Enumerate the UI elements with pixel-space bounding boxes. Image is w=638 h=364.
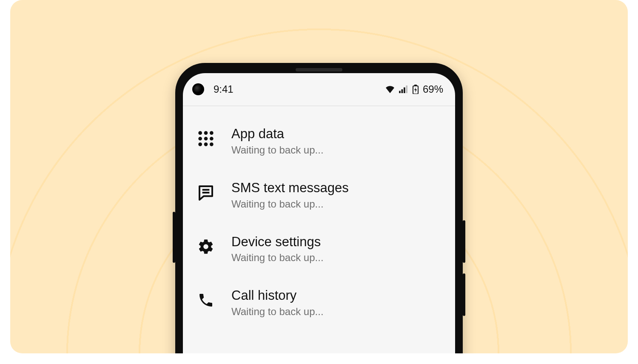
item-subtitle: Waiting to back up... (231, 306, 324, 318)
svg-point-9 (210, 131, 214, 135)
phone-icon (196, 290, 216, 310)
cellular-signal-icon (399, 85, 408, 93)
volume-up-button (463, 220, 465, 263)
list-item-sms[interactable]: SMS text messages Waiting to back up... (183, 168, 455, 222)
list-item-call-history[interactable]: Call history Waiting to back up... (183, 276, 455, 330)
svg-rect-1 (402, 89, 403, 93)
item-title: Device settings (231, 234, 324, 250)
svg-point-8 (204, 131, 208, 135)
item-title: Call history (231, 287, 324, 304)
svg-point-12 (210, 137, 214, 141)
status-time: 9:41 (214, 83, 234, 95)
battery-icon (413, 85, 419, 94)
svg-marker-6 (414, 87, 417, 93)
gear-icon (196, 236, 216, 257)
svg-rect-3 (406, 85, 407, 93)
illustration-background: 9:41 (10, 0, 628, 353)
svg-point-14 (204, 142, 208, 146)
svg-point-11 (204, 137, 208, 141)
battery-percentage: 69% (423, 83, 443, 95)
front-camera (192, 83, 204, 95)
power-button (173, 212, 175, 263)
backup-categories-list: App data Waiting to back up... SMS text … (183, 106, 455, 337)
svg-point-7 (198, 131, 202, 135)
volume-down-button (463, 273, 465, 316)
list-item-app-data[interactable]: App data Waiting to back up... (183, 114, 455, 168)
item-title: App data (231, 126, 324, 142)
message-icon (196, 182, 216, 203)
status-bar: 9:41 (183, 73, 455, 105)
phone-body: 9:41 (175, 63, 463, 353)
list-item-device-settings[interactable]: Device settings Waiting to back up... (183, 222, 455, 276)
svg-rect-0 (399, 91, 401, 93)
apps-grid-icon (196, 128, 216, 149)
item-subtitle: Waiting to back up... (231, 198, 349, 210)
svg-rect-2 (404, 88, 405, 94)
item-title: SMS text messages (231, 180, 349, 196)
item-subtitle: Waiting to back up... (231, 252, 324, 264)
phone-screen: 9:41 (183, 73, 455, 353)
wifi-icon (385, 85, 395, 93)
item-subtitle: Waiting to back up... (231, 144, 324, 156)
svg-point-15 (210, 142, 214, 146)
svg-point-13 (198, 142, 202, 146)
svg-point-10 (198, 137, 202, 141)
